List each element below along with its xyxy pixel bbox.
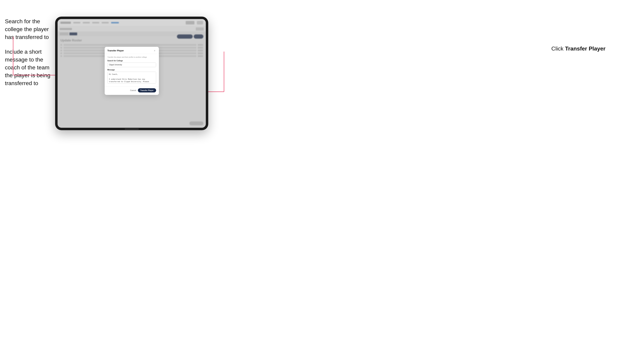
message-textarea[interactable]: Hi Coach, I understand Chris Robertson h… [108,72,156,84]
right-annotation: Click Transfer Player [552,45,606,52]
modal-body: Transfer the player and their profile to… [105,54,159,86]
transfer-player-modal: Transfer Player × Transfer the player an… [105,47,159,95]
message-label: Message [108,69,156,71]
tablet-screen: Update Roster Transfer Player [58,19,206,128]
modal-description: Transfer the player and their profile to… [108,56,156,58]
search-college-input[interactable] [108,63,156,67]
tablet-home-indicator [125,129,139,129]
search-college-label: Search for College [108,60,156,62]
transfer-player-bold-label: Transfer Player [565,45,606,52]
modal-footer: Cancel Transfer Player [105,86,159,95]
modal-title: Transfer Player [108,49,124,52]
modal-close-button[interactable]: × [153,49,156,52]
modal-header: Transfer Player × [105,47,159,54]
left-annotation: Search for the college the player has tr… [5,17,54,87]
tablet-device: Update Roster Transfer Player [55,16,208,130]
annotation-search-text: Search for the college the player has tr… [5,18,49,40]
cancel-button[interactable]: Cancel [130,89,136,91]
modal-overlay: Transfer Player × Transfer the player an… [58,19,206,128]
annotation-message-text: Include a short message to the coach of … [5,49,50,86]
transfer-player-button[interactable]: Transfer Player [138,88,156,92]
